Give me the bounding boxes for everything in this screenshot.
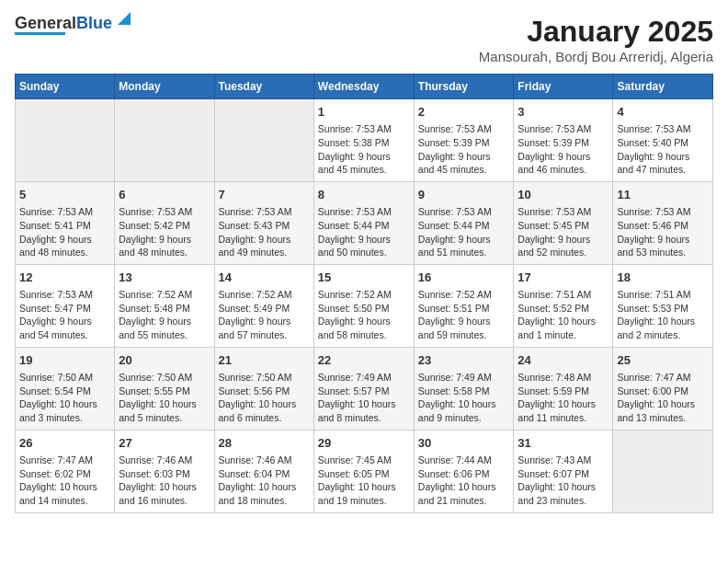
table-row: 19Sunrise: 7:50 AM Sunset: 5:54 PM Dayli… [16,347,115,430]
table-row [613,430,713,512]
table-row: 31Sunrise: 7:43 AM Sunset: 6:07 PM Dayli… [514,430,613,512]
day-number: 18 [617,270,709,286]
table-row: 9Sunrise: 7:53 AM Sunset: 5:44 PM Daylig… [414,181,514,264]
header-wednesday: Wednesday [313,75,414,99]
table-row: 5Sunrise: 7:53 AM Sunset: 5:41 PM Daylig… [16,181,115,264]
table-row: 16Sunrise: 7:52 AM Sunset: 5:51 PM Dayli… [414,264,514,347]
logo: GeneralBlue [15,15,132,35]
logo-arrow-icon [116,10,132,27]
table-row: 7Sunrise: 7:53 AM Sunset: 5:43 PM Daylig… [214,181,313,264]
table-row: 22Sunrise: 7:49 AM Sunset: 5:57 PM Dayli… [313,347,414,430]
day-content: Sunrise: 7:50 AM Sunset: 5:54 PM Dayligh… [19,371,110,425]
calendar-table: Sunday Monday Tuesday Wednesday Thursday… [15,74,713,513]
header-sunday: Sunday [16,75,115,99]
day-content: Sunrise: 7:45 AM Sunset: 6:05 PM Dayligh… [318,454,410,508]
calendar-week-row: 12Sunrise: 7:53 AM Sunset: 5:47 PM Dayli… [16,264,713,347]
table-row: 18Sunrise: 7:51 AM Sunset: 5:53 PM Dayli… [613,264,713,347]
day-number: 28 [219,435,310,452]
header-saturday: Saturday [613,75,713,99]
logo-text: GeneralBlue [15,15,112,31]
table-row: 24Sunrise: 7:48 AM Sunset: 5:59 PM Dayli… [514,347,613,430]
day-content: Sunrise: 7:53 AM Sunset: 5:39 PM Dayligh… [418,122,510,177]
table-row: 28Sunrise: 7:46 AM Sunset: 6:04 PM Dayli… [214,430,313,512]
calendar-subtitle: Mansourah, Bordj Bou Arreridj, Algeria [479,49,713,64]
day-content: Sunrise: 7:47 AM Sunset: 6:00 PM Dayligh… [617,371,709,425]
table-row [214,99,313,182]
table-row: 4Sunrise: 7:53 AM Sunset: 5:40 PM Daylig… [613,99,713,182]
day-content: Sunrise: 7:51 AM Sunset: 5:53 PM Dayligh… [617,288,709,342]
day-number: 7 [219,187,310,203]
day-content: Sunrise: 7:49 AM Sunset: 5:58 PM Dayligh… [418,371,510,425]
table-row: 27Sunrise: 7:46 AM Sunset: 6:03 PM Dayli… [115,430,214,512]
day-content: Sunrise: 7:47 AM Sunset: 6:02 PM Dayligh… [19,454,110,508]
day-number: 25 [617,352,709,369]
day-content: Sunrise: 7:53 AM Sunset: 5:42 PM Dayligh… [119,205,210,259]
day-content: Sunrise: 7:44 AM Sunset: 6:06 PM Dayligh… [418,454,510,508]
svg-marker-0 [118,12,131,25]
day-number: 31 [518,435,609,452]
day-number: 17 [518,270,609,286]
day-content: Sunrise: 7:53 AM Sunset: 5:44 PM Dayligh… [418,205,510,259]
table-row: 20Sunrise: 7:50 AM Sunset: 5:55 PM Dayli… [115,347,214,430]
day-number: 6 [119,187,210,203]
day-number: 14 [219,270,310,286]
day-content: Sunrise: 7:46 AM Sunset: 6:04 PM Dayligh… [219,454,310,508]
day-content: Sunrise: 7:46 AM Sunset: 6:03 PM Dayligh… [119,454,210,508]
day-number: 30 [418,435,510,452]
day-number: 8 [318,187,410,203]
calendar-header-row: Sunday Monday Tuesday Wednesday Thursday… [16,75,713,99]
table-row: 26Sunrise: 7:47 AM Sunset: 6:02 PM Dayli… [16,430,115,512]
day-number: 1 [318,104,410,121]
day-number: 23 [418,352,510,369]
day-content: Sunrise: 7:53 AM Sunset: 5:46 PM Dayligh… [617,205,709,259]
day-content: Sunrise: 7:52 AM Sunset: 5:50 PM Dayligh… [318,288,410,342]
header-friday: Friday [514,75,613,99]
header-thursday: Thursday [414,75,514,99]
table-row: 12Sunrise: 7:53 AM Sunset: 5:47 PM Dayli… [16,264,115,347]
table-row [16,99,115,182]
day-content: Sunrise: 7:53 AM Sunset: 5:41 PM Dayligh… [19,205,110,259]
day-number: 2 [418,104,510,121]
day-content: Sunrise: 7:53 AM Sunset: 5:38 PM Dayligh… [318,122,410,177]
table-row [115,99,214,182]
table-row: 23Sunrise: 7:49 AM Sunset: 5:58 PM Dayli… [414,347,514,430]
day-number: 16 [418,270,510,286]
day-content: Sunrise: 7:52 AM Sunset: 5:48 PM Dayligh… [119,288,210,342]
day-content: Sunrise: 7:50 AM Sunset: 5:56 PM Dayligh… [219,371,310,425]
day-content: Sunrise: 7:53 AM Sunset: 5:44 PM Dayligh… [318,205,410,259]
table-row: 8Sunrise: 7:53 AM Sunset: 5:44 PM Daylig… [313,181,414,264]
day-number: 13 [119,270,210,286]
table-row: 11Sunrise: 7:53 AM Sunset: 5:46 PM Dayli… [613,181,713,264]
day-content: Sunrise: 7:48 AM Sunset: 5:59 PM Dayligh… [518,371,609,425]
day-number: 26 [19,435,110,452]
day-number: 11 [617,187,709,203]
logo-underline [15,32,65,35]
day-content: Sunrise: 7:51 AM Sunset: 5:52 PM Dayligh… [518,288,609,342]
header-monday: Monday [115,75,214,99]
day-content: Sunrise: 7:50 AM Sunset: 5:55 PM Dayligh… [119,371,210,425]
day-number: 12 [19,270,110,286]
header: GeneralBlue January 2025 Mansourah, Bord… [15,15,713,64]
table-row: 14Sunrise: 7:52 AM Sunset: 5:49 PM Dayli… [214,264,313,347]
day-content: Sunrise: 7:53 AM Sunset: 5:43 PM Dayligh… [219,205,310,259]
day-number: 21 [219,352,310,369]
table-row: 1Sunrise: 7:53 AM Sunset: 5:38 PM Daylig… [313,99,414,182]
day-number: 4 [617,104,709,121]
day-content: Sunrise: 7:52 AM Sunset: 5:49 PM Dayligh… [219,288,310,342]
calendar-week-row: 26Sunrise: 7:47 AM Sunset: 6:02 PM Dayli… [16,430,713,512]
day-number: 9 [418,187,510,203]
title-area: January 2025 Mansourah, Bordj Bou Arreri… [479,15,713,64]
header-tuesday: Tuesday [214,75,313,99]
day-content: Sunrise: 7:53 AM Sunset: 5:45 PM Dayligh… [518,205,609,259]
day-number: 19 [19,352,110,369]
day-content: Sunrise: 7:49 AM Sunset: 5:57 PM Dayligh… [318,371,410,425]
table-row: 13Sunrise: 7:52 AM Sunset: 5:48 PM Dayli… [115,264,214,347]
table-row: 29Sunrise: 7:45 AM Sunset: 6:05 PM Dayli… [313,430,414,512]
day-number: 3 [518,104,609,121]
calendar-title: January 2025 [479,15,713,49]
table-row: 2Sunrise: 7:53 AM Sunset: 5:39 PM Daylig… [414,99,514,182]
table-row: 3Sunrise: 7:53 AM Sunset: 5:39 PM Daylig… [514,99,613,182]
table-row: 17Sunrise: 7:51 AM Sunset: 5:52 PM Dayli… [514,264,613,347]
day-number: 20 [119,352,210,369]
day-number: 15 [318,270,410,286]
